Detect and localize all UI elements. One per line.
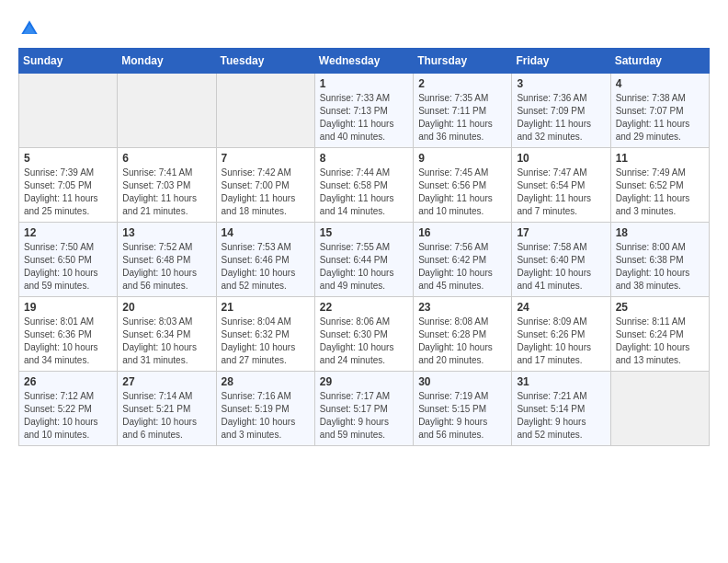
day-info: Sunrise: 8:01 AM Sunset: 6:36 PM Dayligh… bbox=[24, 316, 112, 367]
calendar-cell: 4Sunrise: 7:38 AM Sunset: 7:07 PM Daylig… bbox=[610, 73, 709, 147]
calendar-cell: 24Sunrise: 8:09 AM Sunset: 6:26 PM Dayli… bbox=[512, 296, 610, 371]
day-number: 18 bbox=[616, 226, 704, 239]
calendar-cell: 28Sunrise: 7:16 AM Sunset: 5:19 PM Dayli… bbox=[216, 371, 314, 445]
day-info: Sunrise: 7:35 AM Sunset: 7:11 PM Dayligh… bbox=[418, 92, 506, 144]
calendar-week-1: 1Sunrise: 7:33 AM Sunset: 7:13 PM Daylig… bbox=[19, 73, 710, 147]
day-info: Sunrise: 7:58 AM Sunset: 6:40 PM Dayligh… bbox=[517, 241, 605, 293]
calendar-cell: 21Sunrise: 8:04 AM Sunset: 6:32 PM Dayli… bbox=[216, 296, 314, 371]
calendar-week-3: 12Sunrise: 7:50 AM Sunset: 6:50 PM Dayli… bbox=[19, 222, 710, 296]
calendar-cell: 27Sunrise: 7:14 AM Sunset: 5:21 PM Dayli… bbox=[118, 371, 216, 445]
day-info: Sunrise: 7:50 AM Sunset: 6:50 PM Dayligh… bbox=[24, 241, 112, 293]
calendar-cell: 8Sunrise: 7:44 AM Sunset: 6:58 PM Daylig… bbox=[314, 147, 413, 222]
calendar-cell: 12Sunrise: 7:50 AM Sunset: 6:50 PM Dayli… bbox=[19, 222, 118, 296]
calendar-cell: 3Sunrise: 7:36 AM Sunset: 7:09 PM Daylig… bbox=[512, 73, 610, 147]
logo-icon bbox=[20, 19, 39, 38]
day-info: Sunrise: 8:00 AM Sunset: 6:38 PM Dayligh… bbox=[616, 241, 704, 293]
calendar-week-4: 19Sunrise: 8:01 AM Sunset: 6:36 PM Dayli… bbox=[19, 296, 710, 371]
day-info: Sunrise: 7:44 AM Sunset: 6:58 PM Dayligh… bbox=[320, 167, 408, 218]
calendar-cell: 1Sunrise: 7:33 AM Sunset: 7:13 PM Daylig… bbox=[314, 73, 413, 147]
calendar-cell: 2Sunrise: 7:35 AM Sunset: 7:11 PM Daylig… bbox=[414, 73, 512, 147]
day-info: Sunrise: 7:49 AM Sunset: 6:52 PM Dayligh… bbox=[616, 167, 704, 218]
day-number: 9 bbox=[418, 152, 506, 165]
weekday-header-wednesday: Wednesday bbox=[314, 48, 413, 73]
day-number: 8 bbox=[320, 152, 408, 165]
day-number: 12 bbox=[24, 226, 112, 239]
day-info: Sunrise: 7:38 AM Sunset: 7:07 PM Dayligh… bbox=[616, 92, 704, 144]
day-number: 14 bbox=[222, 226, 310, 239]
calendar-cell bbox=[118, 73, 216, 147]
day-number: 25 bbox=[616, 301, 704, 314]
day-number: 3 bbox=[517, 77, 605, 90]
day-info: Sunrise: 7:33 AM Sunset: 7:13 PM Dayligh… bbox=[320, 92, 408, 144]
weekday-header-monday: Monday bbox=[118, 48, 216, 73]
calendar-body: 1Sunrise: 7:33 AM Sunset: 7:13 PM Daylig… bbox=[19, 73, 710, 445]
day-info: Sunrise: 8:04 AM Sunset: 6:32 PM Dayligh… bbox=[222, 316, 310, 367]
day-number: 6 bbox=[122, 152, 210, 165]
day-info: Sunrise: 7:39 AM Sunset: 7:05 PM Dayligh… bbox=[24, 167, 112, 218]
day-number: 27 bbox=[122, 375, 210, 388]
day-info: Sunrise: 8:08 AM Sunset: 6:28 PM Dayligh… bbox=[418, 316, 506, 367]
calendar-cell: 29Sunrise: 7:17 AM Sunset: 5:17 PM Dayli… bbox=[314, 371, 413, 445]
calendar-cell: 16Sunrise: 7:56 AM Sunset: 6:42 PM Dayli… bbox=[414, 222, 512, 296]
day-info: Sunrise: 7:47 AM Sunset: 6:54 PM Dayligh… bbox=[517, 167, 605, 218]
calendar-cell: 26Sunrise: 7:12 AM Sunset: 5:22 PM Dayli… bbox=[19, 371, 118, 445]
day-number: 10 bbox=[517, 152, 605, 165]
day-number: 20 bbox=[122, 301, 210, 314]
calendar-cell: 11Sunrise: 7:49 AM Sunset: 6:52 PM Dayli… bbox=[610, 147, 709, 222]
day-info: Sunrise: 7:41 AM Sunset: 7:03 PM Dayligh… bbox=[122, 167, 210, 218]
day-info: Sunrise: 7:45 AM Sunset: 6:56 PM Dayligh… bbox=[418, 167, 506, 218]
day-number: 13 bbox=[122, 226, 210, 239]
day-number: 17 bbox=[517, 226, 605, 239]
calendar-cell: 31Sunrise: 7:21 AM Sunset: 5:14 PM Dayli… bbox=[512, 371, 610, 445]
day-info: Sunrise: 7:21 AM Sunset: 5:14 PM Dayligh… bbox=[517, 390, 605, 442]
calendar-cell: 20Sunrise: 8:03 AM Sunset: 6:34 PM Dayli… bbox=[118, 296, 216, 371]
calendar-cell: 30Sunrise: 7:19 AM Sunset: 5:15 PM Dayli… bbox=[414, 371, 512, 445]
calendar-cell: 6Sunrise: 7:41 AM Sunset: 7:03 PM Daylig… bbox=[118, 147, 216, 222]
weekday-header-tuesday: Tuesday bbox=[216, 48, 314, 73]
day-number: 22 bbox=[320, 301, 408, 314]
calendar-cell bbox=[216, 73, 314, 147]
calendar-cell bbox=[19, 73, 118, 147]
weekday-header-row: SundayMondayTuesdayWednesdayThursdayFrid… bbox=[19, 48, 710, 73]
calendar-cell: 13Sunrise: 7:52 AM Sunset: 6:48 PM Dayli… bbox=[118, 222, 216, 296]
calendar-cell: 22Sunrise: 8:06 AM Sunset: 6:30 PM Dayli… bbox=[314, 296, 413, 371]
day-number: 31 bbox=[517, 375, 605, 388]
calendar-cell: 19Sunrise: 8:01 AM Sunset: 6:36 PM Dayli… bbox=[19, 296, 118, 371]
day-number: 30 bbox=[418, 375, 506, 388]
calendar-cell bbox=[610, 371, 709, 445]
day-info: Sunrise: 7:14 AM Sunset: 5:21 PM Dayligh… bbox=[122, 390, 210, 442]
day-number: 1 bbox=[320, 77, 408, 90]
day-number: 29 bbox=[320, 375, 408, 388]
day-number: 16 bbox=[418, 226, 506, 239]
day-info: Sunrise: 7:56 AM Sunset: 6:42 PM Dayligh… bbox=[418, 241, 506, 293]
day-info: Sunrise: 7:12 AM Sunset: 5:22 PM Dayligh… bbox=[24, 390, 112, 442]
day-info: Sunrise: 8:03 AM Sunset: 6:34 PM Dayligh… bbox=[122, 316, 210, 367]
calendar-cell: 14Sunrise: 7:53 AM Sunset: 6:46 PM Dayli… bbox=[216, 222, 314, 296]
calendar-table: SundayMondayTuesdayWednesdayThursdayFrid… bbox=[18, 48, 710, 446]
day-number: 2 bbox=[418, 77, 506, 90]
calendar-cell: 15Sunrise: 7:55 AM Sunset: 6:44 PM Dayli… bbox=[314, 222, 413, 296]
calendar-cell: 10Sunrise: 7:47 AM Sunset: 6:54 PM Dayli… bbox=[512, 147, 610, 222]
day-number: 5 bbox=[24, 152, 112, 165]
weekday-header-saturday: Saturday bbox=[610, 48, 709, 73]
calendar-header: SundayMondayTuesdayWednesdayThursdayFrid… bbox=[19, 48, 710, 73]
calendar-week-2: 5Sunrise: 7:39 AM Sunset: 7:05 PM Daylig… bbox=[19, 147, 710, 222]
page-header bbox=[18, 18, 710, 39]
day-number: 26 bbox=[24, 375, 112, 388]
weekday-header-thursday: Thursday bbox=[414, 48, 512, 73]
weekday-header-sunday: Sunday bbox=[19, 48, 118, 73]
day-info: Sunrise: 7:17 AM Sunset: 5:17 PM Dayligh… bbox=[320, 390, 408, 442]
day-number: 19 bbox=[24, 301, 112, 314]
calendar-cell: 9Sunrise: 7:45 AM Sunset: 6:56 PM Daylig… bbox=[414, 147, 512, 222]
calendar-cell: 18Sunrise: 8:00 AM Sunset: 6:38 PM Dayli… bbox=[610, 222, 709, 296]
calendar-cell: 5Sunrise: 7:39 AM Sunset: 7:05 PM Daylig… bbox=[19, 147, 118, 222]
day-number: 7 bbox=[222, 152, 310, 165]
day-info: Sunrise: 8:06 AM Sunset: 6:30 PM Dayligh… bbox=[320, 316, 408, 367]
day-number: 23 bbox=[418, 301, 506, 314]
day-info: Sunrise: 7:16 AM Sunset: 5:19 PM Dayligh… bbox=[222, 390, 310, 442]
calendar-week-5: 26Sunrise: 7:12 AM Sunset: 5:22 PM Dayli… bbox=[19, 371, 710, 445]
day-number: 15 bbox=[320, 226, 408, 239]
day-info: Sunrise: 7:52 AM Sunset: 6:48 PM Dayligh… bbox=[122, 241, 210, 293]
day-info: Sunrise: 8:11 AM Sunset: 6:24 PM Dayligh… bbox=[616, 316, 704, 367]
calendar-cell: 25Sunrise: 8:11 AM Sunset: 6:24 PM Dayli… bbox=[610, 296, 709, 371]
